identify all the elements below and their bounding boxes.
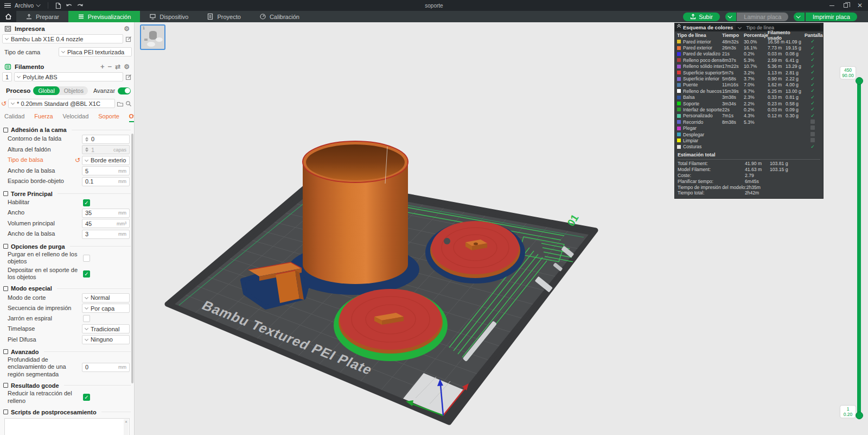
new-project-icon[interactable] bbox=[55, 2, 61, 9]
checkbox-jarron-en-espiral[interactable] bbox=[83, 315, 90, 322]
home-button[interactable] bbox=[0, 11, 16, 22]
printer-select[interactable]: Bambu Lab X1E 0.4 nozzle bbox=[2, 34, 123, 43]
select-tipo-de-balsa[interactable]: Borde exterio... bbox=[82, 156, 130, 165]
checkbox-habilitar[interactable]: ✓ bbox=[83, 199, 90, 206]
select-secuencia-de-impresion[interactable]: Por capa bbox=[82, 304, 130, 313]
print-dropdown-button[interactable] bbox=[794, 12, 805, 21]
checkbox-purgar-en-el-relleno-de-los-objetos[interactable] bbox=[83, 255, 90, 262]
input-ancho[interactable]: 35mm bbox=[82, 209, 130, 218]
display-checkbox[interactable]: ✓ bbox=[805, 58, 821, 62]
input-volumen-principal[interactable]: 45mm³ bbox=[82, 219, 130, 228]
display-checkbox[interactable] bbox=[805, 138, 821, 143]
display-checkbox[interactable]: ✓ bbox=[805, 46, 821, 51]
spinner-arrows[interactable] bbox=[85, 137, 88, 142]
redo-icon[interactable] bbox=[76, 2, 84, 9]
display-checkbox[interactable]: ✓ bbox=[805, 70, 821, 75]
display-checkbox[interactable]: ✓ bbox=[805, 95, 821, 100]
input-profundidad-de-enclavamiento-de-una-region-segmentada[interactable]: 0mm bbox=[82, 363, 130, 372]
restore-button[interactable] bbox=[844, 3, 848, 8]
display-checkbox[interactable]: ✓ bbox=[805, 101, 821, 106]
preview-viewport[interactable]: Bambu Textured PEI Plate 01 bbox=[135, 22, 868, 435]
reset-modified-icon[interactable]: ↺ bbox=[75, 157, 80, 163]
undo-icon[interactable] bbox=[65, 2, 73, 9]
tab-dispositivo[interactable]: Dispositivo bbox=[140, 11, 197, 22]
display-checkbox[interactable]: ✓ bbox=[805, 89, 821, 93]
display-checkbox[interactable]: ✓ bbox=[805, 107, 821, 112]
display-checkbox[interactable]: ✓ bbox=[805, 64, 821, 69]
upload-button[interactable]: Subir bbox=[683, 12, 720, 21]
display-checkbox[interactable] bbox=[805, 119, 821, 125]
input-ancho-de-la-balsa[interactable]: 5mm bbox=[82, 166, 130, 175]
slice-dropdown-button[interactable] bbox=[725, 12, 736, 21]
postprocess-scripts-textarea[interactable]: ▲ bbox=[4, 418, 130, 435]
input-ancho-de-la-balsa[interactable]: 3mm bbox=[82, 230, 130, 239]
sidebar-scrollbar[interactable] bbox=[131, 134, 133, 383]
plate-thumbnail[interactable]: 1 bbox=[140, 24, 165, 50]
display-checkbox[interactable]: ✓ bbox=[805, 39, 821, 44]
menu-icon[interactable] bbox=[4, 3, 11, 8]
spinner-arrows[interactable] bbox=[85, 147, 88, 152]
input-altura-del-faldon[interactable]: 1capas bbox=[82, 145, 130, 154]
param-tab-soporte[interactable]: Soporte bbox=[98, 113, 119, 122]
display-checkbox[interactable]: ✓ bbox=[805, 52, 821, 56]
total-row-tiempo-de-impresion-del-modelo: Tiempo de impresión del modelo:2h35m bbox=[678, 184, 820, 190]
remove-filament-icon[interactable]: − bbox=[108, 64, 112, 70]
layer-slider-top-handle[interactable] bbox=[856, 77, 863, 85]
input-contorno-de-la-falda[interactable]: 0 bbox=[82, 135, 130, 144]
chevron-down-icon[interactable] bbox=[36, 2, 40, 7]
tab-preparar[interactable]: Preparar bbox=[16, 11, 68, 22]
display-checkbox[interactable]: ✓ bbox=[805, 83, 821, 87]
slice-button[interactable]: Laminar placa bbox=[737, 12, 788, 21]
select-timelapse[interactable]: Tradicional bbox=[82, 324, 130, 333]
display-checkbox[interactable]: ✓ bbox=[805, 114, 821, 118]
checkbox-depositar-en-el-soporte-de-los-objetos[interactable]: ✓ bbox=[83, 270, 90, 278]
textarea-scrollbar[interactable]: ▲ bbox=[124, 419, 129, 435]
tab-previsualizacion[interactable]: Previsualización bbox=[68, 11, 140, 22]
front-disc-model[interactable] bbox=[339, 289, 443, 354]
filament-select[interactable]: PolyLite ABS bbox=[14, 72, 123, 81]
section-icon bbox=[3, 349, 8, 354]
preset-modified-icon[interactable]: ↺ bbox=[1, 100, 7, 107]
right-disc-model[interactable] bbox=[430, 221, 520, 278]
param-tab-fuerza[interactable]: Fuerza bbox=[34, 113, 53, 122]
filament-settings-gear-icon[interactable]: ⚙ bbox=[124, 64, 130, 70]
setting-row-ancho-de-la-balsa: Ancho de la balsa5mm bbox=[8, 166, 130, 175]
layer-slider-bottom-handle[interactable] bbox=[856, 412, 863, 419]
search-icon[interactable] bbox=[125, 100, 132, 107]
display-checkbox[interactable]: ✓ bbox=[805, 77, 821, 81]
advance-toggle[interactable] bbox=[118, 87, 131, 94]
param-tab-otros[interactable]: Otros bbox=[129, 113, 135, 122]
checkbox-reducir-la-retraccion-del-relleno[interactable]: ✓ bbox=[83, 394, 90, 401]
edit-filament-icon[interactable] bbox=[125, 74, 132, 80]
add-filament-icon[interactable]: + bbox=[100, 64, 105, 70]
select-piel-difusa[interactable]: Ninguno bbox=[82, 335, 130, 344]
display-checkbox[interactable]: ✓ bbox=[805, 144, 821, 149]
sync-filament-icon[interactable]: ⇄ bbox=[115, 64, 120, 70]
file-menu[interactable]: Archivo bbox=[15, 2, 34, 9]
setting-label: Tipo de balsa bbox=[8, 156, 75, 163]
param-tab-calidad[interactable]: Calidad bbox=[4, 113, 24, 122]
layer-slider-track[interactable] bbox=[857, 79, 861, 417]
bed-type-select[interactable]: Placa PEI texturizada bbox=[59, 47, 132, 56]
minimize-button[interactable] bbox=[829, 5, 834, 6]
filament-icon bbox=[4, 64, 11, 70]
tab-calibracion[interactable]: Calibración bbox=[250, 11, 309, 22]
display-checkbox[interactable] bbox=[805, 125, 821, 131]
edit-printer-icon[interactable] bbox=[125, 36, 132, 42]
tab-proyecto[interactable]: Proyecto bbox=[197, 11, 250, 22]
display-checkbox[interactable] bbox=[805, 132, 821, 137]
input-espacio-borde-objeto[interactable]: 0.1mm bbox=[82, 177, 130, 186]
close-button[interactable]: ✕ bbox=[857, 3, 863, 8]
cylinder-model[interactable] bbox=[303, 141, 408, 284]
print-button[interactable]: Imprimir placa bbox=[806, 12, 857, 21]
printer-settings-gear-icon[interactable]: ⚙ bbox=[124, 26, 130, 32]
param-tab-velocidad[interactable]: Velocidad bbox=[63, 113, 89, 122]
save-preset-folder-icon[interactable] bbox=[117, 100, 124, 107]
scope-global-button[interactable]: Global bbox=[33, 86, 59, 95]
section-icon bbox=[3, 128, 8, 133]
collapse-panel-icon[interactable] bbox=[678, 26, 680, 29]
process-preset-select[interactable]: * 0.20mm Standard @BBL X1C bbox=[8, 99, 115, 108]
scope-objects-button[interactable]: Objetos bbox=[60, 87, 88, 94]
select-modo-de-corte[interactable]: Normal bbox=[82, 293, 130, 302]
setting-label: Profundidad de enclavamiento de una regi… bbox=[8, 356, 82, 378]
